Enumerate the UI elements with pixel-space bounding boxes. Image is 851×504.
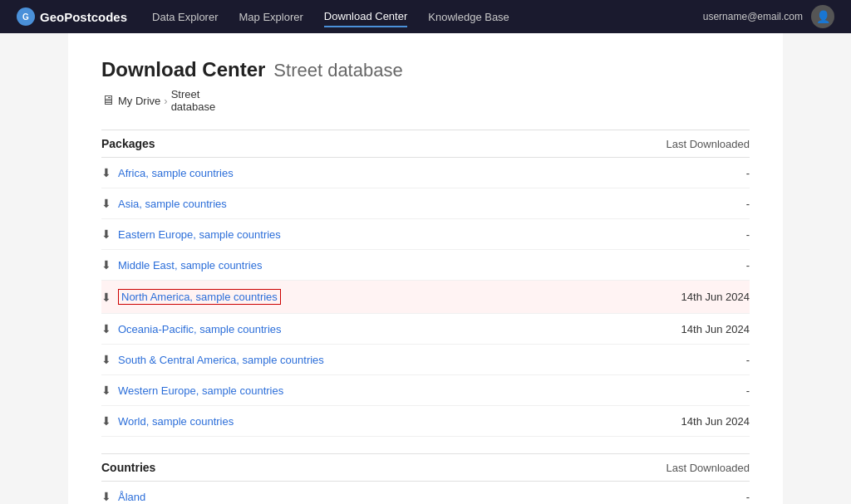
download-icon: ⬇: [101, 228, 111, 241]
navbar-logo[interactable]: G GeoPostcodes: [17, 7, 127, 26]
countries-section: Countries Last Downloaded ⬇ Åland - ⬇ An…: [101, 453, 750, 504]
navbar-right: username@email.com 👤: [703, 5, 834, 28]
download-icon: ⬇: [101, 384, 111, 397]
package-link[interactable]: Eastern Europe, sample countries: [118, 228, 281, 241]
packages-row: ⬇ North America, sample countries 14th J…: [101, 281, 750, 314]
main-content: Download Center Street database 🖥 My Dri…: [68, 33, 783, 504]
package-link[interactable]: North America, sample countries: [118, 289, 281, 305]
packages-col-header: Last Downloaded: [667, 138, 750, 150]
row-left: ⬇ Western Europe, sample countries: [101, 384, 283, 397]
nav-knowledge-base[interactable]: Knowledge Base: [428, 7, 509, 27]
package-date: -: [746, 384, 750, 397]
navbar-left: G GeoPostcodes Data Explorer Map Explore…: [17, 7, 509, 27]
page-header: Download Center Street database: [101, 58, 750, 81]
page-title-main: Download Center: [101, 58, 265, 81]
countries-title: Countries: [101, 461, 155, 474]
row-left: ⬇ Eastern Europe, sample countries: [101, 228, 281, 241]
logo-text: GeoPostcodes: [40, 10, 127, 24]
packages-title: Packages: [101, 137, 155, 150]
package-date: 14th Jun 2024: [681, 415, 750, 428]
package-link[interactable]: Oceania-Pacific, sample countries: [118, 323, 282, 335]
packages-rows: ⬇ Africa, sample countries - ⬇ Asia, sam…: [101, 158, 750, 437]
download-icon: ⬇: [101, 322, 111, 335]
package-date: -: [746, 259, 750, 272]
country-link[interactable]: Åland: [118, 491, 145, 503]
row-left: ⬇ South & Central America, sample countr…: [101, 353, 324, 366]
download-icon: ⬇: [101, 414, 111, 428]
packages-row: ⬇ Middle East, sample countries -: [101, 250, 750, 281]
download-icon: ⬇: [101, 166, 111, 179]
countries-rows: ⬇ Åland - ⬇ Andorra - ⬇ Argentina - ⬇ Au…: [101, 482, 750, 504]
row-left: ⬇ Oceania-Pacific, sample countries: [101, 322, 282, 335]
package-link[interactable]: World, sample countries: [118, 415, 234, 428]
breadcrumb: 🖥 My Drive › Streetdatabase: [101, 88, 750, 113]
packages-row: ⬇ Oceania-Pacific, sample countries 14th…: [101, 314, 750, 345]
package-link[interactable]: Western Europe, sample countries: [118, 384, 283, 397]
row-left: ⬇ Africa, sample countries: [101, 166, 234, 179]
package-date: -: [746, 198, 750, 210]
packages-row: ⬇ South & Central America, sample countr…: [101, 345, 750, 375]
packages-row: ⬇ Asia, sample countries -: [101, 188, 750, 219]
package-date: -: [746, 354, 750, 366]
breadcrumb-separator: ›: [164, 95, 167, 107]
packages-row: ⬇ World, sample countries 14th Jun 2024: [101, 406, 750, 437]
row-left: ⬇ World, sample countries: [101, 414, 234, 428]
nav-map-explorer[interactable]: Map Explorer: [239, 7, 303, 27]
package-date: -: [746, 167, 750, 179]
download-icon: ⬇: [101, 291, 111, 304]
row-left: ⬇ North America, sample countries: [101, 289, 281, 305]
page-title-sub: Street database: [273, 60, 402, 81]
nav-download-center[interactable]: Download Center: [324, 7, 407, 27]
packages-row: ⬇ Western Europe, sample countries -: [101, 375, 750, 406]
packages-section-header: Packages Last Downloaded: [101, 130, 750, 158]
package-date: 14th Jun 2024: [681, 291, 750, 303]
packages-row: ⬇ Eastern Europe, sample countries -: [101, 219, 750, 250]
package-link[interactable]: South & Central America, sample countrie…: [118, 354, 324, 366]
countries-row: ⬇ Åland -: [101, 482, 750, 504]
breadcrumb-drive[interactable]: My Drive: [118, 95, 160, 107]
drive-icon: 🖥: [101, 93, 115, 108]
country-date: -: [746, 491, 750, 503]
download-icon: ⬇: [101, 258, 111, 272]
package-link[interactable]: Middle East, sample countries: [118, 259, 262, 272]
countries-col-header: Last Downloaded: [667, 462, 750, 474]
countries-section-header: Countries Last Downloaded: [101, 453, 750, 482]
user-text: username@email.com: [703, 11, 803, 22]
package-date: -: [746, 228, 750, 241]
download-icon: ⬇: [101, 353, 111, 366]
row-left: ⬇ Åland: [101, 490, 145, 503]
logo-icon: G: [17, 7, 35, 26]
row-left: ⬇ Middle East, sample countries: [101, 258, 262, 272]
nav-links: Data Explorer Map Explorer Download Cent…: [152, 7, 509, 27]
navbar: G GeoPostcodes Data Explorer Map Explore…: [0, 0, 851, 33]
download-icon: ⬇: [101, 197, 111, 210]
breadcrumb-current: Streetdatabase: [171, 88, 216, 113]
download-icon: ⬇: [101, 490, 111, 503]
package-date: 14th Jun 2024: [681, 323, 750, 335]
nav-data-explorer[interactable]: Data Explorer: [152, 7, 218, 27]
package-link[interactable]: Asia, sample countries: [118, 198, 227, 210]
package-link[interactable]: Africa, sample countries: [118, 167, 234, 179]
packages-row: ⬇ Africa, sample countries -: [101, 158, 750, 188]
packages-section: Packages Last Downloaded ⬇ Africa, sampl…: [101, 130, 750, 437]
row-left: ⬇ Asia, sample countries: [101, 197, 227, 210]
user-avatar[interactable]: 👤: [811, 5, 834, 28]
